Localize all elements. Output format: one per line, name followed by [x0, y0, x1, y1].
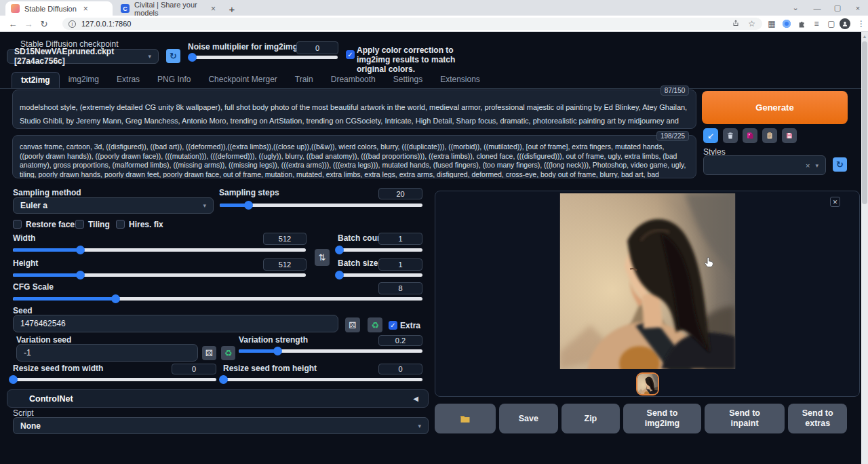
media-list-icon[interactable]: ≡	[811, 18, 822, 29]
open-folder-button[interactable]	[435, 404, 496, 433]
styles-dropdown[interactable]: × ▾	[703, 155, 826, 175]
variation-strength-value[interactable]: 0.2	[378, 335, 422, 346]
tab-dreambooth[interactable]: Dreambooth	[322, 72, 384, 88]
share-icon[interactable]	[732, 19, 740, 27]
site-info-icon[interactable]: i	[68, 20, 76, 28]
zip-button[interactable]: Zip	[561, 404, 620, 433]
paste-params-button[interactable]: ↙	[703, 128, 718, 143]
height-slider[interactable]	[13, 271, 306, 279]
checkpoint-dropdown[interactable]: SD15NewVAEpruned.ckpt [27a4ac756c] ▾	[7, 49, 159, 64]
tab-close-icon[interactable]: ×	[211, 5, 216, 13]
prompt-textarea[interactable]: modelshoot style, (extremely detailed CG…	[12, 90, 696, 129]
tab-png-info[interactable]: PNG Info	[149, 72, 199, 88]
noise-multiplier-slider[interactable]	[191, 53, 338, 62]
reuse-variation-seed-button[interactable]: ♻	[221, 346, 235, 360]
batch-size-slider[interactable]	[337, 271, 422, 279]
width-slider[interactable]	[13, 246, 306, 254]
width-value[interactable]: 512	[263, 233, 307, 245]
tab-img2img[interactable]: img2img	[60, 72, 108, 88]
save-style-button[interactable]	[782, 128, 797, 143]
resize-seed-width-slider[interactable]	[13, 375, 216, 384]
resize-seed-width-value[interactable]: 0	[172, 364, 216, 374]
extension-blue-icon[interactable]	[781, 18, 792, 29]
scrollbar-thumb[interactable]	[862, 41, 867, 204]
forward-icon[interactable]: →	[22, 18, 35, 30]
seed-value: 1476462546	[20, 319, 66, 328]
refresh-styles-button[interactable]: ↻	[833, 157, 847, 172]
color-correction-checkbox[interactable]: ✓	[346, 50, 355, 59]
save-button[interactable]: Save	[499, 404, 558, 433]
random-variation-seed-button[interactable]: ⚄	[202, 346, 216, 360]
window-minimize-button[interactable]: —	[807, 0, 827, 16]
resize-seed-width-label: Resize seed from width	[13, 364, 103, 373]
batch-count-slider[interactable]	[337, 246, 422, 254]
generated-image[interactable]	[559, 193, 735, 369]
new-tab-button[interactable]: +	[225, 2, 239, 16]
refresh-checkpoints-button[interactable]: ↻	[166, 49, 180, 63]
hires-fix-checkbox[interactable]: ✓	[116, 220, 125, 229]
batch-size-value[interactable]: 1	[378, 258, 422, 271]
cfg-scale-value[interactable]: 8	[378, 282, 422, 294]
chevron-down-icon: ▾	[418, 423, 421, 429]
send-to-extras-button[interactable]: Send to extras	[788, 404, 847, 433]
window-close-button[interactable]: ×	[848, 0, 868, 16]
negative-prompt-textarea[interactable]: canvas frame, cartoon, 3d, ((disfigured)…	[12, 135, 696, 178]
hires-fix-label: Hires. fix	[129, 220, 163, 229]
browser-tab-civitai[interactable]: C Civitai | Share your models ×	[115, 1, 221, 16]
restore-faces-checkbox[interactable]: ✓	[13, 220, 22, 229]
close-gallery-icon[interactable]: ✕	[830, 197, 840, 207]
clear-styles-icon[interactable]: ×	[806, 161, 810, 170]
tab-extras[interactable]: Extras	[108, 72, 149, 88]
generate-button[interactable]: Generate	[702, 91, 848, 124]
script-dropdown[interactable]: None ▾	[13, 417, 429, 434]
window-restore-button[interactable]: ▢	[827, 0, 848, 16]
save-style-icon	[785, 132, 793, 140]
tab-train[interactable]: Train	[286, 72, 322, 88]
window-chevron-button[interactable]: ⌄	[785, 0, 806, 16]
resize-seed-height-slider[interactable]	[223, 375, 422, 384]
swap-dimensions-button[interactable]: ⇅	[315, 249, 330, 266]
extra-networks-button[interactable]	[743, 128, 757, 143]
sampling-method-value: Euler a	[20, 201, 47, 210]
tab-checkpoint-merger[interactable]: Checkpoint Merger	[199, 72, 285, 88]
browser-menu-icon[interactable]: ⋮	[856, 18, 867, 29]
clear-prompt-button[interactable]	[723, 128, 738, 143]
tab-close-icon[interactable]: ×	[83, 5, 88, 13]
side-panel-icon[interactable]: ▢	[826, 18, 837, 29]
height-value[interactable]: 512	[263, 258, 307, 271]
random-seed-button[interactable]: ⚄	[345, 317, 360, 332]
height-label: Height	[13, 258, 38, 268]
browser-tab-stable-diffusion[interactable]: Stable Diffusion ×	[5, 1, 113, 16]
controlnet-accordion[interactable]: ControlNet ◀	[7, 389, 429, 408]
cfg-scale-slider[interactable]	[13, 294, 422, 303]
sampling-method-dropdown[interactable]: Euler a ▾	[13, 197, 214, 214]
profile-avatar[interactable]	[840, 18, 850, 29]
address-bar[interactable]: i 127.0.0.1:7860 ☆	[62, 18, 762, 30]
cards-icon	[746, 132, 754, 140]
batch-count-value[interactable]: 1	[378, 233, 422, 245]
tab-settings[interactable]: Settings	[384, 72, 431, 88]
variation-seed-input[interactable]: -1	[16, 344, 198, 362]
send-to-inpaint-button[interactable]: Send to inpaint	[705, 404, 785, 433]
tab-extensions[interactable]: Extensions	[431, 72, 489, 88]
resize-seed-height-value[interactable]: 0	[378, 364, 422, 374]
back-icon[interactable]: ←	[7, 18, 19, 30]
sampling-steps-slider[interactable]	[220, 201, 422, 210]
variation-strength-slider[interactable]	[239, 347, 422, 355]
apply-style-button[interactable]	[762, 128, 777, 143]
scrollbar-up-icon[interactable]: ▲	[861, 32, 868, 40]
tab-txt2img[interactable]: txt2img	[12, 72, 60, 88]
tiling-checkbox[interactable]: ✓	[75, 220, 84, 229]
bookmark-star-icon[interactable]: ☆	[748, 19, 755, 28]
send-to-img2img-button[interactable]: Send to img2img	[623, 404, 701, 433]
reload-icon[interactable]: ↻	[38, 18, 50, 30]
gallery-thumbnail-selected[interactable]	[636, 372, 659, 395]
extensions-puzzle-icon[interactable]	[796, 18, 807, 29]
extension-grid-icon[interactable]: ▦	[766, 18, 777, 29]
chevron-down-icon: ▾	[203, 202, 206, 209]
sampling-steps-value[interactable]: 20	[378, 188, 422, 199]
extra-seed-checkbox[interactable]: ✓	[389, 321, 397, 330]
reuse-seed-button[interactable]: ♻	[368, 317, 382, 332]
page-scrollbar[interactable]: ▲	[861, 32, 868, 464]
seed-input[interactable]: 1476462546	[13, 315, 338, 332]
